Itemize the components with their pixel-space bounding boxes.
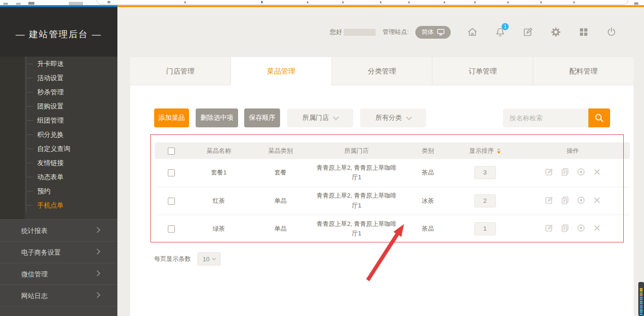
sidebar-group-label: 微信管理 (21, 270, 48, 278)
dish-type-cell: 单品 (274, 197, 287, 204)
minimap-stripe (640, 303, 643, 304)
page-size-label: 每页显示条数 (154, 255, 191, 263)
minimap-scrollbar[interactable] (638, 282, 644, 316)
tab-ingredient-mgmt[interactable]: 配料管理 (533, 57, 634, 85)
sidebar-group-wechat-mgmt[interactable]: 微信管理 (0, 263, 117, 285)
category-filter-dropdown[interactable]: 所有分类 (360, 108, 426, 127)
main-area: 您好 管理站点: 简体 1 (117, 7, 644, 316)
chevron-right-icon (94, 227, 100, 233)
bookmark-star-icon[interactable] (634, 2, 638, 5)
store-filter-dropdown[interactable]: 所属门店 (287, 108, 353, 127)
edit-icon[interactable] (545, 167, 553, 176)
minimap-stripe (640, 299, 643, 300)
delete-icon[interactable] (593, 196, 602, 205)
sidebar-group-ecommerce-settings[interactable]: 电子商务设置 (0, 241, 117, 263)
app-title: — 建站管理后台 — (16, 24, 102, 41)
sidebar-item-points-exchange[interactable]: 积分兑换 (0, 127, 117, 141)
sidebar-item-card-gift[interactable]: 升卡即送 (0, 57, 117, 71)
edit-icon[interactable] (545, 224, 553, 233)
browser-icon-fragment (16, 3, 21, 5)
minimap-stripe (640, 297, 643, 298)
sidebar-item-mobile-ordering[interactable]: 手机点单 (0, 198, 117, 212)
copy-icon[interactable] (561, 224, 570, 233)
dish-name-cell: 绿茶 (213, 225, 225, 232)
sidebar-item-reservation[interactable]: 预约 (0, 184, 117, 198)
minimap-stripe (640, 292, 643, 294)
header-cell: 菜品类别 (250, 142, 312, 159)
language-button[interactable]: 简体 (415, 26, 451, 39)
add-dish-button[interactable]: 添加菜品 (154, 108, 189, 127)
row-checkbox[interactable] (168, 225, 175, 233)
view-icon[interactable] (577, 167, 586, 176)
row-checkbox[interactable] (168, 169, 175, 176)
bell-icon[interactable]: 1 (494, 26, 506, 38)
sidebar-item-friendly-links[interactable]: 友情链接 (0, 156, 117, 170)
browser-icon-fragment (69, 2, 83, 5)
gear-icon[interactable] (550, 26, 562, 38)
username-redacted (344, 29, 376, 36)
header-cell: 显示排序 (454, 142, 516, 159)
minimap-stripe (640, 305, 643, 307)
dish-category-cell: 茶品 (422, 169, 434, 176)
dish-stores-cell: 青青原上草2, 青青原上草咖啡厅1 (316, 163, 397, 182)
view-icon[interactable] (577, 196, 586, 205)
sidebar-group-label: 统计报表 (21, 227, 48, 234)
minimap-stripe (640, 301, 643, 302)
sidebar-item-team-mgmt[interactable]: 组团管理 (0, 113, 117, 127)
dish-name-cell: 红茶 (213, 197, 225, 204)
header-cell: 类别 (402, 142, 454, 159)
header-cell: 菜品名称 (188, 142, 250, 159)
language-button-label: 简体 (421, 28, 434, 36)
grid-icon[interactable] (578, 26, 590, 38)
tab-store-mgmt[interactable]: 门店管理 (130, 57, 231, 85)
store-filter-label: 所属门店 (303, 114, 329, 122)
select-all-checkbox[interactable] (168, 148, 175, 155)
browser-icon-fragment (28, 2, 34, 5)
sidebar-item-groupbuy-settings[interactable]: 团购设置 (0, 99, 117, 113)
search-icon (594, 113, 604, 123)
minimap-stripe (640, 307, 643, 308)
page-size-select[interactable]: 10 (198, 252, 221, 266)
tab-bar: 门店管理菜品管理分类管理订单管理配料管理 (130, 57, 634, 85)
sidebar-item-seckill-mgmt[interactable]: 秒杀管理 (0, 85, 117, 99)
sidebar: — 建站管理后台 — 升卡即送活动设置秒杀管理团购设置组团管理积分兑换自定义查询… (0, 7, 117, 316)
sort-arrows-icon[interactable] (497, 148, 501, 154)
compose-icon[interactable] (522, 26, 534, 38)
table-row: 红茶单品青青原上草2, 青青原上草咖啡厅1冰茶2 (155, 187, 630, 215)
sidebar-group-site-logs[interactable]: 网站日志 (0, 285, 117, 307)
search-input[interactable] (503, 108, 588, 127)
search-button[interactable] (588, 108, 610, 127)
home-icon[interactable] (466, 26, 479, 38)
notification-badge: 1 (502, 23, 509, 30)
screen: — 建站管理后台 — 升卡即送活动设置秒杀管理团购设置组团管理积分兑换自定义查询… (0, 0, 644, 316)
table-row: 套餐1套餐青青原上草2, 青青原上草咖啡厅1茶品3 (155, 159, 630, 187)
toolbar: 添加菜品 删除选中项 保存顺序 所属门店 所有分类 (154, 108, 610, 127)
row-checkbox[interactable] (168, 198, 175, 205)
delete-icon[interactable] (593, 224, 602, 233)
row-actions (545, 196, 602, 205)
view-icon[interactable] (577, 224, 586, 233)
content-card: 门店管理菜品管理分类管理订单管理配料管理 添加菜品 删除选中项 保存顺序 所属门… (130, 57, 634, 316)
sidebar-item-dynamic-forms[interactable]: 动态表单 (0, 170, 117, 184)
delete-icon[interactable] (593, 167, 602, 176)
top-bar: 您好 管理站点: 简体 1 (117, 7, 644, 57)
sidebar-groups: 统计报表电子商务设置微信管理网站日志 (0, 219, 117, 316)
copy-icon[interactable] (561, 167, 570, 176)
dish-category-cell: 冰茶 (422, 197, 434, 204)
sidebar-item-activity-settings[interactable]: 活动设置 (0, 71, 117, 85)
power-icon[interactable] (605, 26, 618, 38)
chevron-right-icon (94, 270, 100, 276)
dish-table: 菜品名称菜品类别所属门店类别显示排序操作 套餐1套餐青青原上草2, 青青原上草咖… (155, 142, 630, 242)
edit-icon[interactable] (545, 196, 553, 205)
tab-dish-mgmt[interactable]: 菜品管理 (231, 57, 331, 85)
sidebar-item-custom-query[interactable]: 自定义查询 (0, 141, 117, 156)
copy-icon[interactable] (561, 196, 570, 205)
header-cell-checkbox (155, 142, 188, 159)
tab-order-mgmt[interactable]: 订单管理 (432, 57, 533, 85)
save-order-button[interactable]: 保存顺序 (244, 108, 280, 127)
tab-category-mgmt[interactable]: 分类管理 (331, 57, 432, 85)
delete-selected-button[interactable]: 删除选中项 (196, 108, 238, 127)
address-bar[interactable] (97, 0, 628, 5)
chevron-down-icon (406, 114, 412, 120)
sidebar-group-statistics-report[interactable]: 统计报表 (0, 220, 117, 241)
